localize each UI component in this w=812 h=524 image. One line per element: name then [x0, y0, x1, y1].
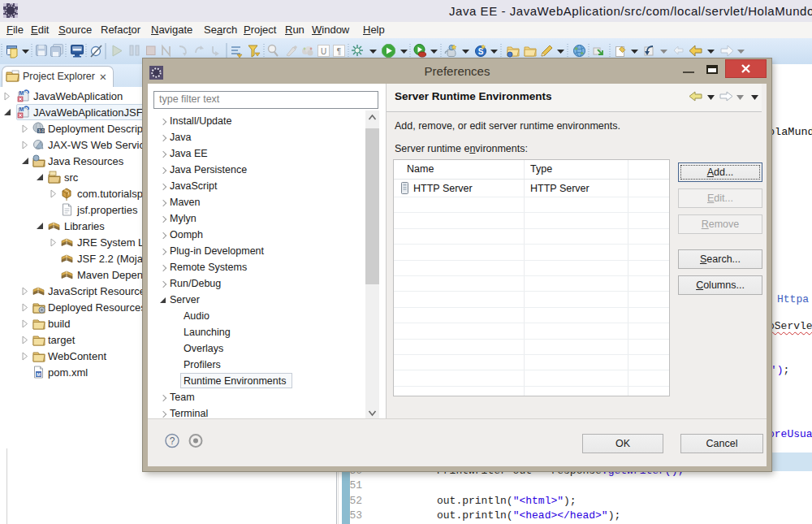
svg-text:3.0: 3.0 — [38, 128, 45, 133]
svg-text:?: ? — [170, 435, 175, 447]
svg-text:U: U — [321, 47, 326, 56]
svg-text:M: M — [37, 372, 41, 377]
svg-text:M: M — [19, 106, 24, 112]
svg-text:M: M — [19, 90, 24, 96]
svg-text:¶: ¶ — [337, 47, 341, 56]
